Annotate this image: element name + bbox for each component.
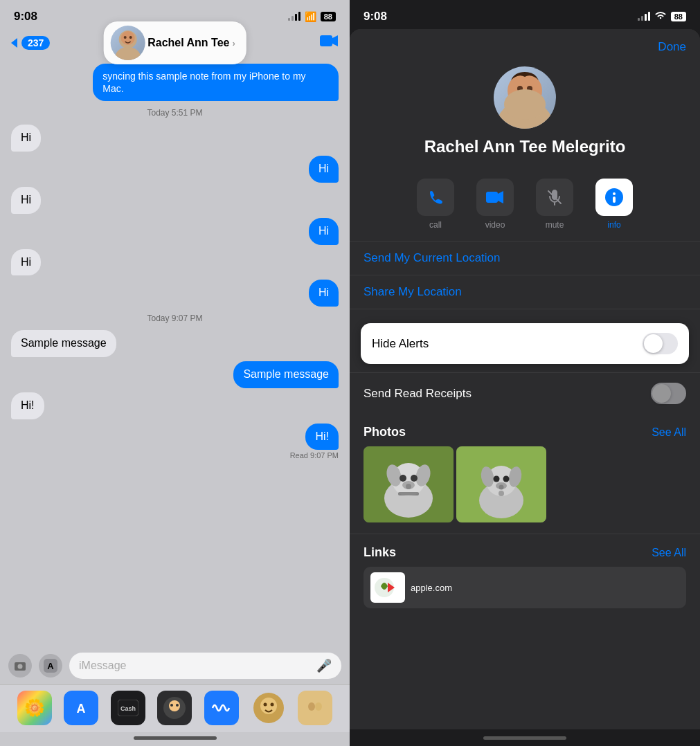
photos-title: Photos <box>364 425 406 439</box>
home-indicator <box>0 732 350 746</box>
left-panel: 9:08 📶 88 237 <box>0 0 350 746</box>
svg-point-23 <box>305 698 325 718</box>
input-placeholder: iMessage <box>79 659 126 672</box>
hide-alerts-label: Hide Alerts <box>372 337 429 351</box>
toggle-thumb <box>644 334 663 353</box>
signal-icon-right <box>638 12 650 21</box>
input-bar: A iMessage 🎤 <box>0 647 350 684</box>
info-panel: Done Rachel Ann Tee Melegrito <box>350 29 700 729</box>
svg-point-30 <box>504 89 546 120</box>
read-receipts-toggle[interactable] <box>651 383 686 404</box>
done-button[interactable]: Done <box>658 40 686 54</box>
video-icon-circle <box>476 179 514 216</box>
hide-alerts-toggle[interactable] <box>643 333 678 354</box>
links-title: Links <box>364 545 396 560</box>
photos-section-header: Photos See All <box>364 425 686 439</box>
svg-text:A: A <box>47 661 54 671</box>
timestamp: Today 9:07 PM <box>11 313 339 323</box>
link-preview[interactable]: apple.com <box>364 567 686 608</box>
memoji-icon[interactable] <box>157 691 192 725</box>
mic-icon: 🎤 <box>316 658 332 673</box>
svg-point-3 <box>123 36 126 39</box>
svg-point-45 <box>406 484 411 489</box>
masks-icon[interactable] <box>298 691 332 725</box>
message-bubble: Hi! <box>11 392 44 419</box>
message-bubble: syncing this sample note from my iPhone … <box>93 64 339 101</box>
svg-point-35 <box>613 192 616 195</box>
photos-grid <box>364 446 686 522</box>
svg-marker-6 <box>332 35 338 46</box>
svg-point-55 <box>499 485 504 490</box>
links-see-all-btn[interactable]: See All <box>652 547 686 559</box>
chevron-left-icon <box>11 38 17 48</box>
video-action-btn[interactable]: video <box>471 179 519 230</box>
wifi-icon: 📶 <box>305 11 316 22</box>
svg-point-53 <box>503 476 510 482</box>
svg-rect-46 <box>398 492 419 495</box>
message-bubble: Hi <box>11 249 41 276</box>
read-receipts-row: Send Read Receipts <box>350 372 700 414</box>
message-bubble: Hi <box>11 187 41 214</box>
contact-name-label: Rachel Ann Tee <box>147 37 229 49</box>
home-bar-right <box>483 736 566 740</box>
video-call-button[interactable] <box>319 33 339 53</box>
avatar-small <box>110 26 145 60</box>
svg-marker-32 <box>498 191 503 203</box>
photo-thumb-1[interactable] <box>364 446 454 522</box>
apple-cash-icon[interactable]: Cash <box>111 691 145 725</box>
camera-button[interactable] <box>8 654 32 677</box>
info-action-btn[interactable]: info <box>590 179 638 230</box>
memoji2-icon[interactable] <box>251 691 286 725</box>
info-icon-circle <box>595 179 633 216</box>
message-bubble: Sample message <box>11 330 116 357</box>
wifi-icon-right <box>654 10 667 23</box>
svg-rect-31 <box>486 192 498 203</box>
photo-thumb-2[interactable] <box>456 446 546 522</box>
nav-bar: 237 Rachel Ann Tee › <box>0 29 350 57</box>
svg-point-24 <box>308 702 315 711</box>
chevron-right-icon: › <box>232 38 235 48</box>
time-left: 9:08 <box>14 10 37 24</box>
right-panel: 9:08 88 Done <box>350 0 700 746</box>
battery-left: 88 <box>321 12 336 21</box>
svg-point-4 <box>129 36 132 39</box>
info-label: info <box>607 220 620 230</box>
status-bar-right: 9:08 88 <box>350 0 700 29</box>
svg-rect-5 <box>320 35 332 46</box>
links-section-header: Links See All <box>364 545 686 560</box>
contact-full-name: Rachel Ann Tee Melegrito <box>424 137 626 156</box>
contact-name-popup[interactable]: Rachel Ann Tee › <box>103 21 246 64</box>
mute-label: mute <box>546 220 564 230</box>
svg-point-1 <box>115 47 140 60</box>
svg-point-42 <box>400 475 406 482</box>
send-location-btn[interactable]: Send My Current Location <box>350 241 700 275</box>
back-count: 237 <box>21 36 50 50</box>
read-receipts-label: Send Read Receipts <box>364 387 472 401</box>
mute-icon-circle <box>536 179 573 216</box>
contact-header: Rachel Ann Tee Melegrito <box>350 60 700 167</box>
photos-see-all-btn[interactable]: See All <box>652 426 686 439</box>
photos-app-icon[interactable]: 🌼 <box>17 691 52 725</box>
message-bubble: Hi! <box>305 424 339 451</box>
svg-point-17 <box>170 704 173 707</box>
appstore-icon[interactable]: A <box>64 691 98 725</box>
back-button[interactable]: 237 <box>11 36 50 50</box>
soundboard-icon[interactable] <box>204 691 239 725</box>
svg-text:Cash: Cash <box>120 705 136 712</box>
signal-icon <box>288 12 300 21</box>
call-action-btn[interactable]: call <box>411 179 460 230</box>
svg-point-52 <box>494 476 500 482</box>
app-store-button[interactable]: A <box>39 654 62 677</box>
action-buttons: call video <box>350 167 700 241</box>
message-bubble: Hi <box>309 156 339 183</box>
battery-right: 88 <box>671 12 686 21</box>
message-input[interactable]: iMessage 🎤 <box>69 653 341 679</box>
video-label: video <box>485 220 505 230</box>
svg-point-43 <box>411 475 418 482</box>
call-icon-circle <box>417 179 454 216</box>
mute-action-btn[interactable]: mute <box>530 179 579 230</box>
share-location-btn[interactable]: Share My Location <box>350 275 700 309</box>
svg-point-21 <box>263 703 267 707</box>
svg-rect-36 <box>613 197 616 203</box>
location-section: Send My Current Location Share My Locati… <box>350 241 700 315</box>
